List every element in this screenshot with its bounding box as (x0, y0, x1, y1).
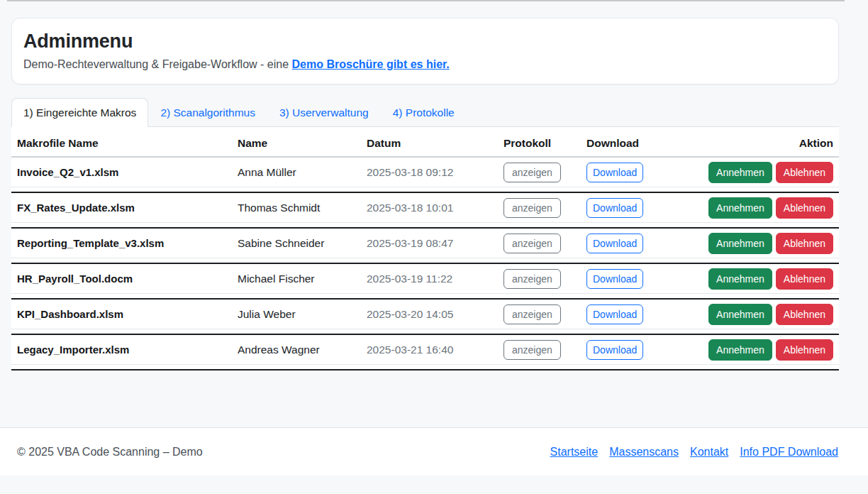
main-container: Adminmenu Demo-Rechteverwaltung & Freiga… (11, 18, 839, 370)
tab-bar: 1) Eingereichte Makros 2) Scanalgorithmu… (11, 98, 839, 127)
protokoll-anzeigen-button[interactable]: anzeigen (503, 234, 561, 253)
download-button[interactable]: Download (586, 340, 643, 360)
macro-file-name: KPI_Dashboard.xlsm (17, 308, 238, 320)
download-button[interactable]: Download (586, 163, 643, 182)
table-body: Invoice_Q2_v1.xlsm Anna Müller 2025-03-1… (11, 158, 839, 370)
table-row: FX_Rates_Update.xlsm Thomas Schmidt 2025… (11, 193, 839, 223)
table-row: Reporting_Template_v3.xlsm Sabine Schnei… (11, 229, 839, 258)
ablehnen-button[interactable]: Ablehnen (776, 162, 833, 183)
submission-date: 2025-03-19 11:22 (367, 273, 503, 285)
subtitle-text: Demo-Rechteverwaltung & Freigabe-Workflo… (23, 58, 292, 70)
footer-link-massenscans[interactable]: Massenscans (609, 446, 679, 459)
download-button[interactable]: Download (586, 269, 643, 289)
demo-brochure-link[interactable]: Demo Broschüre gibt es hier. (292, 58, 450, 70)
submitter-name: Thomas Schmidt (238, 202, 367, 214)
ablehnen-button[interactable]: Ablehnen (776, 304, 833, 325)
page-title: Adminmenu (23, 31, 827, 53)
tab-3[interactable]: 3) Userverwaltung (267, 98, 381, 127)
download-button[interactable]: Download (586, 304, 643, 324)
ablehnen-button[interactable]: Ablehnen (776, 339, 833, 361)
submitter-name: Michael Fischer (238, 273, 367, 285)
tab-2[interactable]: 2) Scanalgorithmus (148, 98, 267, 127)
download-button[interactable]: Download (586, 198, 643, 218)
macro-file-name: Invoice_Q2_v1.xlsm (17, 166, 238, 178)
submitter-name: Julia Weber (238, 308, 367, 321)
table-row: KPI_Dashboard.xlsm Julia Weber 2025-03-2… (11, 300, 839, 329)
footer-link-startseite[interactable]: Startseite (550, 446, 599, 459)
col-header-aktion: Aktion (693, 136, 833, 150)
macro-file-name: Legacy_Importer.xlsm (17, 344, 238, 356)
macro-file-name: HR_Payroll_Tool.docm (17, 273, 238, 285)
annehmen-button[interactable]: Annehmen (708, 268, 772, 290)
submitter-name: Anna Müller (238, 166, 367, 179)
macro-file-name: FX_Rates_Update.xlsm (17, 202, 238, 214)
table-row: Legacy_Importer.xlsm Andreas Wagner 2025… (11, 335, 839, 365)
footer-link-info-pdf-download[interactable]: Info PDF Download (740, 446, 838, 459)
submission-date: 2025-03-18 10:01 (367, 202, 503, 214)
footer: © 2025 VBA Code Scanning – Demo Startsei… (0, 427, 868, 476)
page-subtitle: Demo-Rechteverwaltung & Freigabe-Workflo… (23, 57, 827, 72)
col-header-download: Download (586, 136, 693, 150)
macro-file-name: Reporting_Template_v3.xlsm (17, 237, 238, 249)
submitter-name: Andreas Wagner (238, 344, 367, 356)
submission-date: 2025-03-20 14:05 (367, 308, 503, 321)
annehmen-button[interactable]: Annehmen (708, 197, 772, 219)
col-header-datum: Datum (367, 136, 503, 150)
ablehnen-button[interactable]: Ablehnen (776, 233, 833, 254)
col-header-makrofile-name: Makrofile Name (17, 136, 238, 150)
table-row: Invoice_Q2_v1.xlsm Anna Müller 2025-03-1… (11, 158, 839, 187)
tab-4[interactable]: 4) Protokolle (381, 98, 467, 127)
footer-copyright: © 2025 VBA Code Scanning – Demo (17, 446, 203, 459)
footer-links: Startseite Massenscans Kontakt Info PDF … (550, 446, 838, 459)
annehmen-button[interactable]: Annehmen (708, 304, 772, 325)
annehmen-button[interactable]: Annehmen (708, 339, 772, 361)
macro-table: Makrofile Name Name Datum Protokoll Down… (11, 127, 839, 370)
ablehnen-button[interactable]: Ablehnen (776, 268, 833, 290)
annehmen-button[interactable]: Annehmen (708, 233, 772, 254)
annehmen-button[interactable]: Annehmen (708, 162, 772, 183)
protokoll-anzeigen-button[interactable]: anzeigen (503, 163, 561, 182)
tab-1[interactable]: 1) Eingereichte Makros (11, 98, 148, 127)
submission-date: 2025-03-18 09:12 (367, 166, 503, 179)
protokoll-anzeigen-button[interactable]: anzeigen (503, 198, 561, 218)
header-card: Adminmenu Demo-Rechteverwaltung & Freiga… (11, 18, 839, 84)
table-header-row: Makrofile Name Name Datum Protokoll Down… (11, 127, 839, 158)
table-row: HR_Payroll_Tool.docm Michael Fischer 202… (11, 264, 839, 294)
download-button[interactable]: Download (586, 234, 643, 253)
submission-date: 2025-03-21 16:40 (367, 344, 503, 356)
col-header-protokoll: Protokoll (503, 136, 586, 150)
protokoll-anzeigen-button[interactable]: anzeigen (503, 340, 561, 360)
footer-link-kontakt[interactable]: Kontakt (690, 446, 728, 459)
top-scroll-line (7, 0, 845, 1)
protokoll-anzeigen-button[interactable]: anzeigen (503, 269, 561, 289)
submitter-name: Sabine Schneider (238, 237, 367, 250)
row-divider (11, 369, 839, 370)
protokoll-anzeigen-button[interactable]: anzeigen (503, 304, 561, 324)
submission-date: 2025-03-19 08:47 (367, 237, 503, 250)
ablehnen-button[interactable]: Ablehnen (776, 197, 833, 219)
col-header-name: Name (238, 136, 367, 150)
